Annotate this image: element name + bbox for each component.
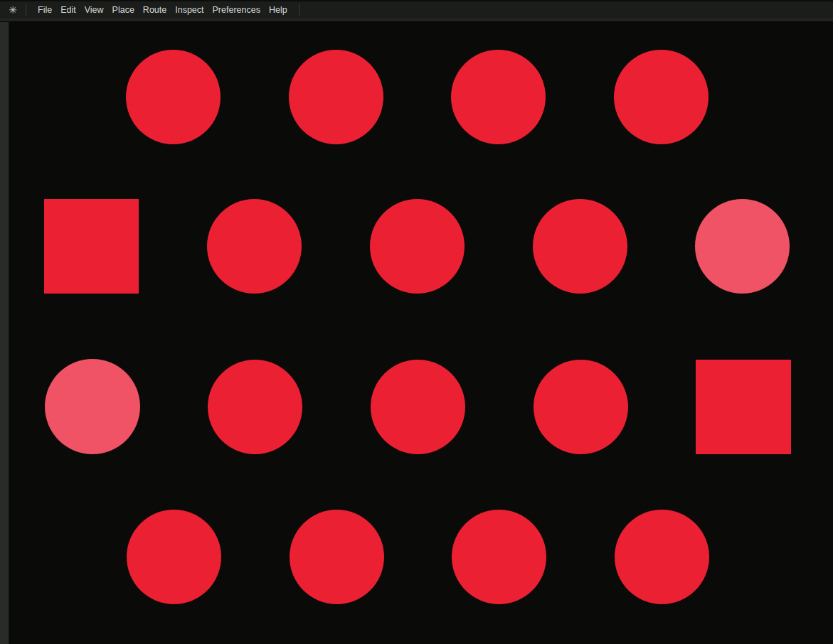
menu-item-route[interactable]: Route xyxy=(139,1,171,18)
menubar-separator xyxy=(299,4,299,16)
menubar: ✳ File Edit View Place Route Inspect Pre… xyxy=(0,0,833,18)
pad-circle[interactable] xyxy=(614,50,709,144)
pad-square[interactable] xyxy=(696,360,791,454)
pad-circle[interactable] xyxy=(533,199,627,294)
pad-circle[interactable] xyxy=(45,359,140,454)
menu-item-inspect[interactable]: Inspect xyxy=(171,1,208,18)
pad-circle[interactable] xyxy=(207,199,302,294)
pad-circle[interactable] xyxy=(127,510,221,604)
pad-circle[interactable] xyxy=(452,510,546,604)
pad-circle[interactable] xyxy=(695,199,790,294)
menu-item-place[interactable]: Place xyxy=(108,1,139,18)
menubar-separator xyxy=(26,4,26,16)
pad-circle[interactable] xyxy=(371,360,465,454)
pad-circle[interactable] xyxy=(290,510,384,604)
pad-circle[interactable] xyxy=(451,50,546,144)
menu-item-view[interactable]: View xyxy=(80,1,108,18)
menu-item-help[interactable]: Help xyxy=(265,1,292,18)
menu-item-file[interactable]: File xyxy=(33,1,56,18)
pad-circle[interactable] xyxy=(126,50,221,144)
pad-circle[interactable] xyxy=(370,199,465,294)
menu-item-edit[interactable]: Edit xyxy=(56,1,80,18)
window-left-frame xyxy=(0,18,9,644)
menubar-bottom-edge xyxy=(0,18,833,22)
pad-circle[interactable] xyxy=(534,360,628,454)
pad-layer xyxy=(0,0,833,644)
pad-circle[interactable] xyxy=(615,510,709,604)
menu-item-preferences[interactable]: Preferences xyxy=(208,1,265,18)
pad-square[interactable] xyxy=(44,199,139,294)
pad-circle[interactable] xyxy=(208,360,302,454)
pad-circle[interactable] xyxy=(289,50,383,144)
app-starburst-icon: ✳ xyxy=(7,5,18,15)
